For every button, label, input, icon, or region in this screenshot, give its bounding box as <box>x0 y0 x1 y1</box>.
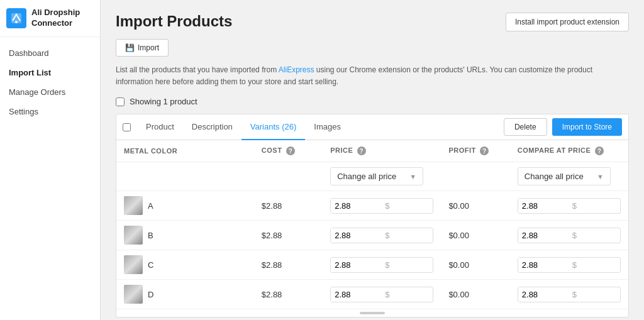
cost-help-icon[interactable]: ? <box>286 146 295 155</box>
page-header: Import Products Install import product e… <box>116 13 629 31</box>
sidebar-navigation: Dashboard Import List Manage Orders Sett… <box>0 37 100 128</box>
variant-image <box>124 285 143 304</box>
table-row: A $2.88 $ $0.00 $ <box>116 191 628 221</box>
price-currency-icon: $ <box>381 228 393 243</box>
showing-label: Showing 1 product <box>130 97 197 106</box>
tab-description[interactable]: Description <box>183 114 242 140</box>
tab-variants[interactable]: Variants (26) <box>242 114 305 140</box>
price-input[interactable] <box>331 287 381 302</box>
svg-point-1 <box>15 21 18 23</box>
compare-price-input[interactable] <box>518 199 569 213</box>
price-input-wrap: $ <box>330 228 433 243</box>
compare-help-icon[interactable]: ? <box>595 146 604 155</box>
price-input[interactable] <box>331 258 381 272</box>
import-button[interactable]: 💾 Import <box>116 39 169 57</box>
scroll-indicator <box>360 312 385 314</box>
logo-text: Ali Dropship Connector <box>31 8 80 29</box>
table-row: C $2.88 $ $0.00 $ <box>116 250 628 280</box>
sidebar: Ali Dropship Connector Dashboard Import … <box>0 0 101 320</box>
th-compare-at-price: COMPARE AT PRICE ? <box>510 140 628 162</box>
compare-currency-icon: $ <box>569 228 580 243</box>
tab-product[interactable]: Product <box>137 114 183 140</box>
compare-price-input[interactable] <box>518 287 569 302</box>
price-input[interactable] <box>331 199 381 213</box>
variant-profit: $0.00 <box>441 280 509 309</box>
th-cost: COST ? <box>254 140 323 162</box>
price-input[interactable] <box>331 228 381 243</box>
profit-help-icon[interactable]: ? <box>480 146 489 155</box>
compare-price-input-wrap: $ <box>518 228 621 243</box>
showing-row: Showing 1 product <box>116 97 629 106</box>
price-input-wrap: $ <box>330 287 433 302</box>
table-row: D $2.88 $ $0.00 $ <box>116 280 628 309</box>
page-title: Import Products <box>116 13 232 30</box>
sidebar-logo: Ali Dropship Connector <box>0 0 100 37</box>
price-input-wrap: $ <box>330 198 433 214</box>
import-icon: 💾 <box>125 43 135 52</box>
product-card: Product Description Variants (26) Images… <box>116 114 629 317</box>
tabs-row: Product Description Variants (26) Images… <box>116 114 628 140</box>
price-currency-icon: $ <box>381 287 393 302</box>
import-to-store-button[interactable]: Import to Store <box>552 118 622 136</box>
ali-dropship-icon <box>6 8 26 28</box>
price-input-wrap: $ <box>330 257 433 273</box>
sidebar-item-settings[interactable]: Settings <box>0 102 100 121</box>
change-price-dropdown[interactable]: Change all price ▼ <box>518 167 611 185</box>
variant-cost: $2.88 <box>254 280 323 309</box>
variants-table: METAL COLOR COST ? PRICE ? PROFIT ? <box>116 140 628 309</box>
variant-cost: $2.88 <box>254 191 323 221</box>
table-header-row: METAL COLOR COST ? PRICE ? PROFIT ? <box>116 140 628 162</box>
price-currency-icon: $ <box>381 258 393 272</box>
variant-image <box>124 226 143 245</box>
compare-price-input[interactable] <box>518 228 569 243</box>
variant-profit: $0.00 <box>441 250 509 280</box>
main-content: Import Products Install import product e… <box>101 0 644 320</box>
variant-name: B <box>148 231 153 240</box>
variant-cost: $2.88 <box>254 250 323 280</box>
select-all-checkbox[interactable] <box>116 97 125 106</box>
compare-price-input[interactable] <box>518 258 569 272</box>
aliexpress-link[interactable]: AliExpress <box>279 65 314 74</box>
variant-name: A <box>148 201 153 211</box>
th-profit: PROFIT ? <box>441 140 509 162</box>
compare-currency-icon: $ <box>569 287 580 302</box>
change-all-price-row: Change all price ▼ Change all price ▼ <box>116 162 628 191</box>
sidebar-item-import-list[interactable]: Import List <box>0 63 100 82</box>
change-all-price-dropdown[interactable]: Change all price ▼ <box>330 167 423 185</box>
sidebar-item-dashboard[interactable]: Dashboard <box>0 43 100 63</box>
price-currency-icon: $ <box>381 199 393 213</box>
compare-currency-icon: $ <box>569 258 580 272</box>
sidebar-item-manage-orders[interactable]: Manage Orders <box>0 82 100 102</box>
th-metal-color: METAL COLOR <box>116 140 254 162</box>
variant-name: D <box>148 290 153 299</box>
import-btn-wrap: 💾 Import <box>116 39 629 57</box>
table-row: B $2.88 $ $0.00 $ <box>116 221 628 250</box>
price-help-icon[interactable]: ? <box>357 146 366 155</box>
tabs-actions: Delete Import to Store <box>504 118 622 136</box>
th-price: PRICE ? <box>323 140 441 162</box>
compare-price-input-wrap: $ <box>518 198 621 214</box>
install-extension-button[interactable]: Install import product extension <box>506 13 629 31</box>
compare-price-input-wrap: $ <box>518 287 621 302</box>
product-checkbox[interactable] <box>123 123 131 131</box>
variant-profit: $0.00 <box>441 221 509 250</box>
variant-cost: $2.88 <box>254 221 323 250</box>
variant-profit: $0.00 <box>441 191 509 221</box>
compare-price-input-wrap: $ <box>518 257 621 273</box>
change-all-price-chevron: ▼ <box>409 173 416 180</box>
variant-name: C <box>148 260 153 270</box>
variant-image <box>124 255 143 274</box>
compare-currency-icon: $ <box>569 199 580 213</box>
tab-images[interactable]: Images <box>305 114 350 140</box>
delete-button[interactable]: Delete <box>504 118 547 136</box>
change-price-chevron: ▼ <box>597 173 604 180</box>
description-text: List all the products that you have impo… <box>116 64 594 88</box>
variant-image <box>124 196 143 215</box>
